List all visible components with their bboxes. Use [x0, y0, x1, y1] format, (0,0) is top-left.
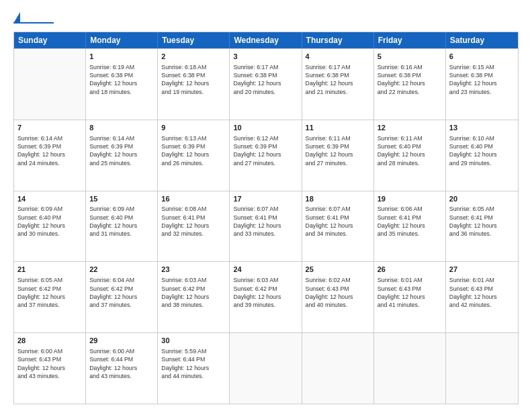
calendar-cell: 25Sunrise: 6:02 AM Sunset: 6:43 PM Dayli…: [302, 262, 374, 332]
cell-info: Sunrise: 6:01 AM Sunset: 6:43 PM Dayligh…: [449, 276, 515, 309]
day-number: 20: [449, 194, 515, 204]
calendar-cell: 21Sunrise: 6:05 AM Sunset: 6:42 PM Dayli…: [14, 262, 86, 332]
cell-info: Sunrise: 6:07 AM Sunset: 6:41 PM Dayligh…: [306, 205, 370, 238]
calendar-cell: 7Sunrise: 6:14 AM Sunset: 6:39 PM Daylig…: [14, 120, 86, 191]
day-number: 6: [449, 52, 515, 62]
header-day-wednesday: Wednesday: [230, 32, 302, 48]
cell-info: Sunrise: 6:04 AM Sunset: 6:42 PM Dayligh…: [89, 276, 154, 309]
day-number: 16: [161, 194, 226, 204]
calendar-row-2: 7Sunrise: 6:14 AM Sunset: 6:39 PM Daylig…: [14, 120, 518, 191]
cell-info: Sunrise: 5:59 AM Sunset: 6:44 PM Dayligh…: [161, 347, 226, 380]
cell-info: Sunrise: 6:12 AM Sunset: 6:39 PM Dayligh…: [233, 134, 298, 167]
cell-info: Sunrise: 6:00 AM Sunset: 6:44 PM Dayligh…: [89, 347, 154, 380]
day-number: 1: [89, 52, 154, 62]
cell-info: Sunrise: 6:18 AM Sunset: 6:38 PM Dayligh…: [161, 63, 226, 96]
header-day-thursday: Thursday: [302, 32, 374, 48]
calendar-cell: 27Sunrise: 6:01 AM Sunset: 6:43 PM Dayli…: [446, 262, 518, 332]
cell-info: Sunrise: 6:11 AM Sunset: 6:40 PM Dayligh…: [378, 134, 442, 167]
cell-info: Sunrise: 6:02 AM Sunset: 6:43 PM Dayligh…: [306, 276, 370, 309]
day-number: 23: [161, 265, 226, 275]
cell-info: Sunrise: 6:09 AM Sunset: 6:40 PM Dayligh…: [89, 205, 154, 238]
header-day-saturday: Saturday: [446, 32, 518, 48]
day-number: 14: [17, 194, 82, 204]
cell-info: Sunrise: 6:14 AM Sunset: 6:39 PM Dayligh…: [17, 134, 82, 167]
day-number: 29: [89, 336, 154, 346]
cell-info: Sunrise: 6:14 AM Sunset: 6:39 PM Dayligh…: [89, 134, 154, 167]
cell-info: Sunrise: 6:10 AM Sunset: 6:40 PM Dayligh…: [449, 134, 515, 167]
cell-info: Sunrise: 6:11 AM Sunset: 6:39 PM Dayligh…: [306, 134, 370, 167]
calendar-cell: [302, 333, 374, 404]
calendar-cell: 16Sunrise: 6:08 AM Sunset: 6:41 PM Dayli…: [158, 191, 230, 262]
day-number: 13: [449, 123, 515, 133]
header-day-friday: Friday: [374, 32, 446, 48]
cell-info: Sunrise: 6:00 AM Sunset: 6:43 PM Dayligh…: [17, 347, 82, 380]
header: [13, 12, 519, 24]
calendar-cell: 12Sunrise: 6:11 AM Sunset: 6:40 PM Dayli…: [374, 120, 446, 191]
calendar-cell: [14, 49, 86, 120]
calendar-cell: 15Sunrise: 6:09 AM Sunset: 6:40 PM Dayli…: [86, 191, 158, 262]
day-number: 8: [89, 123, 154, 133]
header-day-sunday: Sunday: [14, 32, 86, 48]
calendar-cell: 30Sunrise: 5:59 AM Sunset: 6:44 PM Dayli…: [158, 333, 230, 404]
calendar-row-3: 14Sunrise: 6:09 AM Sunset: 6:40 PM Dayli…: [14, 191, 518, 262]
calendar: SundayMondayTuesdayWednesdayThursdayFrid…: [13, 32, 519, 404]
calendar-cell: 6Sunrise: 6:15 AM Sunset: 6:38 PM Daylig…: [446, 49, 518, 120]
cell-info: Sunrise: 6:03 AM Sunset: 6:42 PM Dayligh…: [161, 276, 226, 309]
calendar-cell: 2Sunrise: 6:18 AM Sunset: 6:38 PM Daylig…: [158, 49, 230, 120]
day-number: 5: [378, 52, 442, 62]
day-number: 18: [306, 194, 370, 204]
calendar-cell: 29Sunrise: 6:00 AM Sunset: 6:44 PM Dayli…: [86, 333, 158, 404]
calendar-cell: 26Sunrise: 6:01 AM Sunset: 6:43 PM Dayli…: [374, 262, 446, 332]
cell-info: Sunrise: 6:17 AM Sunset: 6:38 PM Dayligh…: [233, 63, 298, 96]
calendar-header: SundayMondayTuesdayWednesdayThursdayFrid…: [14, 32, 518, 48]
calendar-cell: 18Sunrise: 6:07 AM Sunset: 6:41 PM Dayli…: [302, 191, 374, 262]
day-number: 2: [161, 52, 226, 62]
day-number: 11: [306, 123, 370, 133]
day-number: 27: [449, 265, 515, 275]
logo-underline: [13, 22, 54, 24]
day-number: 4: [306, 52, 370, 62]
day-number: 7: [17, 123, 82, 133]
day-number: 25: [306, 265, 370, 275]
cell-info: Sunrise: 6:15 AM Sunset: 6:38 PM Dayligh…: [449, 63, 515, 96]
calendar-cell: [374, 333, 446, 404]
calendar-cell: 10Sunrise: 6:12 AM Sunset: 6:39 PM Dayli…: [230, 120, 302, 191]
cell-info: Sunrise: 6:08 AM Sunset: 6:41 PM Dayligh…: [161, 205, 226, 238]
calendar-cell: 20Sunrise: 6:05 AM Sunset: 6:41 PM Dayli…: [446, 191, 518, 262]
header-day-monday: Monday: [86, 32, 158, 48]
calendar-cell: 22Sunrise: 6:04 AM Sunset: 6:42 PM Dayli…: [86, 262, 158, 332]
day-number: 24: [233, 265, 298, 275]
cell-info: Sunrise: 6:13 AM Sunset: 6:39 PM Dayligh…: [161, 134, 226, 167]
cell-info: Sunrise: 6:05 AM Sunset: 6:41 PM Dayligh…: [449, 205, 515, 238]
calendar-cell: 3Sunrise: 6:17 AM Sunset: 6:38 PM Daylig…: [230, 49, 302, 120]
cell-info: Sunrise: 6:09 AM Sunset: 6:40 PM Dayligh…: [17, 205, 82, 238]
calendar-cell: 19Sunrise: 6:06 AM Sunset: 6:41 PM Dayli…: [374, 191, 446, 262]
calendar-cell: 14Sunrise: 6:09 AM Sunset: 6:40 PM Dayli…: [14, 191, 86, 262]
calendar-row-5: 28Sunrise: 6:00 AM Sunset: 6:43 PM Dayli…: [14, 332, 518, 404]
calendar-body: 1Sunrise: 6:19 AM Sunset: 6:38 PM Daylig…: [14, 48, 518, 404]
calendar-cell: [446, 333, 518, 404]
calendar-cell: 24Sunrise: 6:03 AM Sunset: 6:42 PM Dayli…: [230, 262, 302, 332]
cell-info: Sunrise: 6:19 AM Sunset: 6:38 PM Dayligh…: [89, 63, 154, 96]
calendar-cell: 17Sunrise: 6:07 AM Sunset: 6:41 PM Dayli…: [230, 191, 302, 262]
logo: [13, 12, 54, 24]
cell-info: Sunrise: 6:03 AM Sunset: 6:42 PM Dayligh…: [233, 276, 298, 309]
day-number: 17: [233, 194, 298, 204]
header-day-tuesday: Tuesday: [158, 32, 230, 48]
cell-info: Sunrise: 6:01 AM Sunset: 6:43 PM Dayligh…: [378, 276, 442, 309]
day-number: 15: [89, 194, 154, 204]
logo-triangle-icon: [14, 12, 20, 22]
day-number: 12: [378, 123, 442, 133]
day-number: 28: [17, 336, 82, 346]
day-number: 9: [161, 123, 226, 133]
calendar-cell: 8Sunrise: 6:14 AM Sunset: 6:39 PM Daylig…: [86, 120, 158, 191]
calendar-cell: 23Sunrise: 6:03 AM Sunset: 6:42 PM Dayli…: [158, 262, 230, 332]
cell-info: Sunrise: 6:06 AM Sunset: 6:41 PM Dayligh…: [378, 205, 442, 238]
day-number: 19: [378, 194, 442, 204]
calendar-row-1: 1Sunrise: 6:19 AM Sunset: 6:38 PM Daylig…: [14, 48, 518, 120]
calendar-cell: [230, 333, 302, 404]
calendar-cell: 1Sunrise: 6:19 AM Sunset: 6:38 PM Daylig…: [86, 49, 158, 120]
calendar-row-4: 21Sunrise: 6:05 AM Sunset: 6:42 PM Dayli…: [14, 261, 518, 332]
calendar-cell: 4Sunrise: 6:17 AM Sunset: 6:38 PM Daylig…: [302, 49, 374, 120]
day-number: 22: [89, 265, 154, 275]
